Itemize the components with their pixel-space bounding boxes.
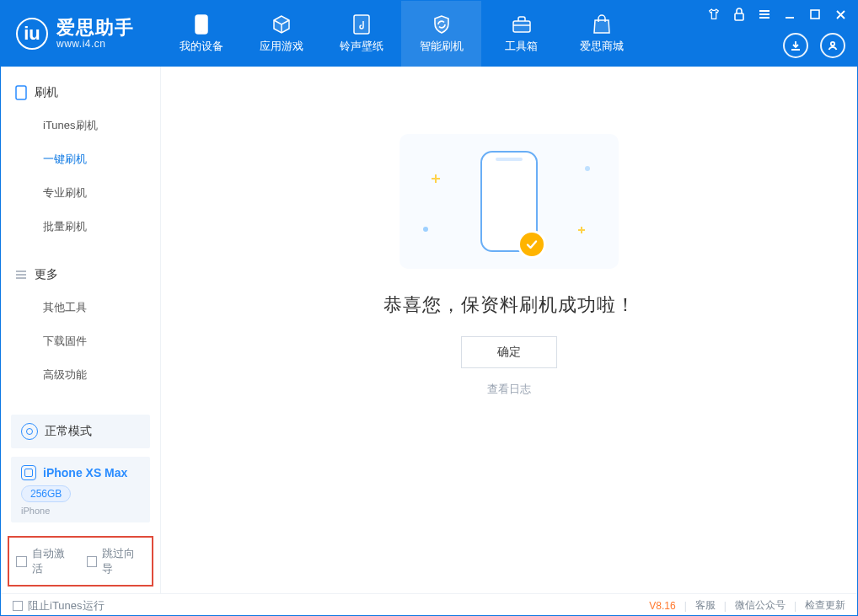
app-header: iu 爱思助手 www.i4.cn 我的设备 应用游戏 铃声壁纸: [1, 1, 857, 67]
device-icon: [21, 465, 36, 480]
toolbox-icon: [511, 13, 533, 35]
phone-outline-icon: [14, 86, 28, 99]
shirt-icon[interactable]: [705, 6, 722, 23]
menu-icon[interactable]: [756, 6, 773, 23]
checkbox-label: 阻止iTunes运行: [28, 598, 105, 613]
status-link-support[interactable]: 客服: [695, 598, 716, 613]
phone-icon: [190, 13, 212, 35]
sparkle-icon: [578, 227, 585, 233]
check-badge-icon: [517, 230, 546, 259]
mode-icon: [21, 423, 38, 440]
confirm-button[interactable]: 确定: [461, 336, 557, 368]
sidebar-item-download-firmware[interactable]: 下载固件: [1, 324, 160, 358]
maximize-button[interactable]: [807, 6, 823, 23]
checkbox-block-itunes[interactable]: 阻止iTunes运行: [13, 598, 105, 613]
logo-icon: iu: [16, 18, 48, 50]
tab-toolbox[interactable]: 工具箱: [481, 1, 561, 67]
sidebar: 刷机 iTunes刷机 一键刷机 专业刷机 批量刷机 更多 其他工具 下载固件 …: [1, 67, 161, 593]
status-link-update[interactable]: 检查更新: [805, 598, 845, 613]
checkbox-label: 自动激活: [32, 546, 75, 576]
sidebar-group-title: 刷机: [35, 85, 58, 100]
success-message: 恭喜您，保资料刷机成功啦！: [383, 292, 635, 318]
tab-label: 智能刷机: [420, 39, 464, 54]
shield-sync-icon: [431, 13, 453, 35]
sidebar-item-oneclick-flash[interactable]: 一键刷机: [1, 142, 160, 176]
tab-label: 应用游戏: [260, 39, 303, 54]
checkbox-auto-activate[interactable]: 自动激活: [16, 546, 75, 576]
main-content: 恭喜您，保资料刷机成功啦！ 确定 查看日志: [161, 67, 857, 593]
sidebar-group-title: 更多: [35, 267, 58, 282]
view-log-link[interactable]: 查看日志: [487, 382, 531, 397]
tab-label: 我的设备: [180, 39, 223, 54]
tab-label: 爱思商城: [580, 39, 624, 54]
sidebar-group-more: 更多: [1, 260, 160, 289]
dot-icon: [585, 166, 590, 171]
bag-icon: [591, 13, 613, 35]
lock-icon[interactable]: [731, 6, 748, 23]
sidebar-item-pro-flash[interactable]: 专业刷机: [1, 176, 160, 210]
app-subtitle: www.i4.cn: [56, 39, 134, 51]
sidebar-group-flash: 刷机: [1, 78, 160, 107]
sidebar-item-other-tools[interactable]: 其他工具: [1, 291, 160, 324]
device-card[interactable]: iPhone XS Max 256GB iPhone: [11, 457, 150, 522]
music-file-icon: [351, 13, 373, 35]
account-button[interactable]: [820, 33, 845, 58]
success-illustration: [400, 134, 619, 269]
checkbox-icon: [13, 601, 23, 611]
tab-apps[interactable]: 应用游戏: [241, 1, 321, 67]
device-mode-label: 正常模式: [45, 424, 92, 439]
tab-ringtones[interactable]: 铃声壁纸: [321, 1, 401, 67]
download-button[interactable]: [783, 33, 808, 58]
status-link-wechat[interactable]: 微信公众号: [735, 598, 786, 613]
svg-rect-2: [354, 15, 369, 34]
minimize-button[interactable]: [781, 6, 798, 23]
device-mode[interactable]: 正常模式: [11, 415, 150, 448]
list-icon: [14, 268, 28, 281]
tab-label: 工具箱: [505, 39, 538, 54]
svg-rect-4: [735, 13, 743, 20]
svg-rect-5: [811, 10, 819, 19]
svg-point-1: [201, 30, 202, 32]
status-bar: 阻止iTunes运行 V8.16 | 客服 | 微信公众号 | 检查更新: [1, 593, 857, 616]
svg-point-6: [831, 42, 834, 46]
tab-my-device[interactable]: 我的设备: [161, 1, 241, 67]
app-title: 爱思助手: [56, 17, 134, 38]
device-type: iPhone: [21, 506, 140, 516]
svg-rect-3: [513, 21, 530, 32]
svg-rect-7: [16, 86, 26, 99]
tab-store[interactable]: 爱思商城: [561, 1, 641, 67]
checkbox-icon: [87, 556, 98, 567]
sidebar-item-batch-flash[interactable]: 批量刷机: [1, 210, 160, 244]
checkbox-skip-guide[interactable]: 跳过向导: [87, 546, 146, 576]
window-controls: [705, 6, 849, 23]
tab-label: 铃声壁纸: [340, 39, 383, 54]
cube-icon: [271, 13, 292, 35]
phone-illustration-icon: [480, 151, 538, 252]
options-row: 自动激活 跳过向导: [8, 536, 153, 587]
checkbox-label: 跳过向导: [102, 546, 145, 576]
device-name: iPhone XS Max: [43, 466, 127, 479]
close-button[interactable]: [832, 6, 849, 23]
top-nav: 我的设备 应用游戏 铃声壁纸 智能刷机 工具箱: [161, 1, 641, 67]
version-label: V8.16: [649, 600, 675, 612]
sidebar-item-advanced[interactable]: 高级功能: [1, 358, 160, 392]
logo-block: iu 爱思助手 www.i4.cn: [1, 1, 161, 67]
sparkle-icon: [432, 174, 440, 183]
device-capacity: 256GB: [21, 485, 71, 502]
sidebar-item-itunes-flash[interactable]: iTunes刷机: [1, 109, 160, 142]
dot-icon: [423, 227, 428, 232]
tab-flash[interactable]: 智能刷机: [401, 1, 481, 67]
checkbox-icon: [16, 556, 27, 567]
